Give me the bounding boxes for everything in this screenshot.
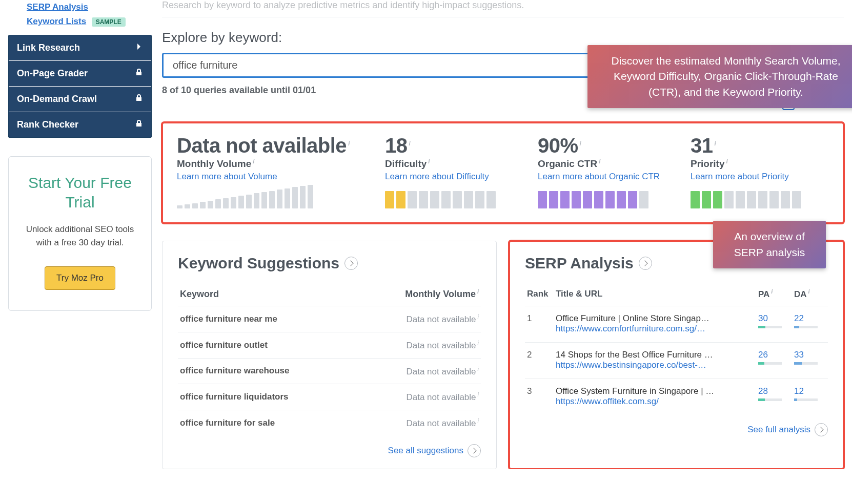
pa-cell: 30 [756,306,792,342]
trial-copy: Unlock additional SEO tools with a free … [21,223,139,249]
arrow-icon [468,444,481,457]
learn-more-link[interactable]: Learn more about Priority [691,172,789,182]
nav-on-page-grader[interactable]: On-Page Grader [9,61,151,87]
volume-cell: Data not availablei [358,384,481,410]
col-volume: Monthly Volumei [358,283,481,306]
rank-cell: 1 [525,306,554,342]
chevron-right-icon [135,43,143,53]
see-full-analysis-link[interactable]: See full analysis [747,423,828,436]
da-cell: 12 [792,379,828,415]
info-icon[interactable]: i [599,158,600,164]
nav-label: Rank Checker [17,119,78,130]
callout-metrics: Discover the estimated Monthly Search Vo… [587,45,852,108]
col-da: DAi [792,283,828,306]
col-pa: PAi [756,283,792,306]
info-icon[interactable]: i [726,158,728,164]
info-icon[interactable]: i [580,140,581,146]
col-rank: Rank [525,283,554,306]
sample-badge: SAMPLE [92,17,126,27]
serp-analysis-link[interactable]: SERP Analysis [27,0,88,14]
try-moz-pro-button[interactable]: Try Moz Pro [45,266,115,290]
col-title-url: Title & URL [554,283,756,306]
serp-row[interactable]: 2 14 Shops for the Best Office Furniture… [525,342,828,379]
metric-label: Difficultyi [385,158,523,170]
info-icon[interactable]: i [808,288,810,295]
info-icon[interactable]: i [428,158,430,164]
callout-serp: An overview of SERP analysis [713,221,826,268]
trial-promo: Start Your Free Trial Unlock additional … [8,156,152,311]
info-icon[interactable]: i [771,288,773,295]
metric-organic-ctr: 90%i Organic CTRi Learn more about Organ… [538,134,676,208]
volume-cell: Data not availablei [358,306,481,332]
info-icon[interactable]: i [478,391,479,397]
nav-label: On-Page Grader [17,68,88,79]
serp-row[interactable]: 1 Office Furniture | Online Store Singap… [525,306,828,342]
page-subtitle: Research by keyword to analyze predictiv… [162,0,844,17]
learn-more-link[interactable]: Learn more about Volume [177,172,277,182]
rank-cell: 2 [525,342,554,379]
info-icon[interactable]: i [478,340,479,346]
arrow-icon [815,423,828,436]
metric-value: 31i [691,134,829,157]
nav-on-demand-crawl[interactable]: On-Demand Crawl [9,87,151,112]
lock-icon [135,94,143,104]
expand-icon[interactable] [639,257,652,270]
title-url-cell: Office Furniture | Online Store Singap…h… [554,306,756,342]
metric-label: Monthly Volumei [177,158,371,170]
metric-monthly-volume: Data not availablei Monthly Volumei Lear… [177,134,371,208]
metric-value: Data not availablei [177,134,371,157]
keyword-row[interactable]: office furniture near meData not availab… [178,306,481,332]
da-cell: 33 [792,342,828,379]
volume-cell: Data not availablei [358,332,481,358]
serp-analysis-card: An overview of SERP analysis SERP Analys… [509,241,844,469]
keyword-cell: office furniture outlet [178,332,358,358]
keyword-lists-link[interactable]: Keyword Lists [27,14,86,29]
info-icon[interactable]: i [478,366,479,372]
metric-label: Organic CTRi [538,158,676,170]
learn-more-link[interactable]: Learn more about Difficulty [385,172,489,182]
metrics-panel: Data not availablei Monthly Volumei Lear… [162,122,844,223]
da-cell: 22 [792,306,828,342]
nav-rank-checker[interactable]: Rank Checker [9,112,151,137]
keyword-cell: office furniture warehouse [178,358,358,384]
keyword-cell: office furniture for sale [178,410,358,435]
metric-priority: 31i Priorityi Learn more about Priority [691,134,829,208]
col-keyword: Keyword [178,283,358,306]
lock-icon [135,68,143,79]
keyword-row[interactable]: office furniture liquidatorsData not ava… [178,384,481,410]
title-url-cell: 14 Shops for the Best Office Furniture …… [554,342,756,379]
metric-value: 18i [385,134,523,157]
keyword-cell: office furniture liquidators [178,384,358,410]
card-title: SERP Analysis [525,255,634,272]
pa-cell: 28 [756,379,792,415]
volume-cell: Data not availablei [358,358,481,384]
keyword-row[interactable]: office furniture for saleData not availa… [178,410,481,435]
keyword-cell: office furniture near me [178,306,358,332]
rank-cell: 3 [525,379,554,415]
learn-more-link[interactable]: Learn more about Organic CTR [538,172,660,182]
pa-cell: 26 [756,342,792,379]
metric-value: 90%i [538,134,676,157]
info-icon[interactable]: i [477,288,479,295]
info-icon[interactable]: i [715,140,716,146]
keyword-row[interactable]: office furniture warehouseData not avail… [178,358,481,384]
expand-icon[interactable] [344,257,358,270]
keyword-suggestions-card: Keyword Suggestions Keyword Monthly Volu… [162,241,497,469]
info-icon[interactable]: i [478,313,479,320]
lock-icon [135,119,143,130]
trial-title: Start Your Free Trial [21,173,139,212]
see-all-suggestions-link[interactable]: See all suggestions [388,444,481,457]
volume-cell: Data not availablei [358,410,481,435]
info-icon[interactable]: i [253,158,254,164]
metric-difficulty: 18i Difficultyi Learn more about Difficu… [385,134,523,208]
serp-row[interactable]: 3 Office System Furniture in Singapore |… [525,379,828,415]
info-icon[interactable]: i [348,140,350,146]
info-icon[interactable]: i [478,417,479,424]
metric-label: Priorityi [691,158,829,170]
nav-label: On-Demand Crawl [17,94,97,104]
explore-label: Explore by keyword: [162,30,844,46]
card-title: Keyword Suggestions [178,255,339,272]
info-icon[interactable]: i [409,140,411,146]
nav-link-research[interactable]: Link Research [9,35,151,61]
keyword-row[interactable]: office furniture outletData not availabl… [178,332,481,358]
